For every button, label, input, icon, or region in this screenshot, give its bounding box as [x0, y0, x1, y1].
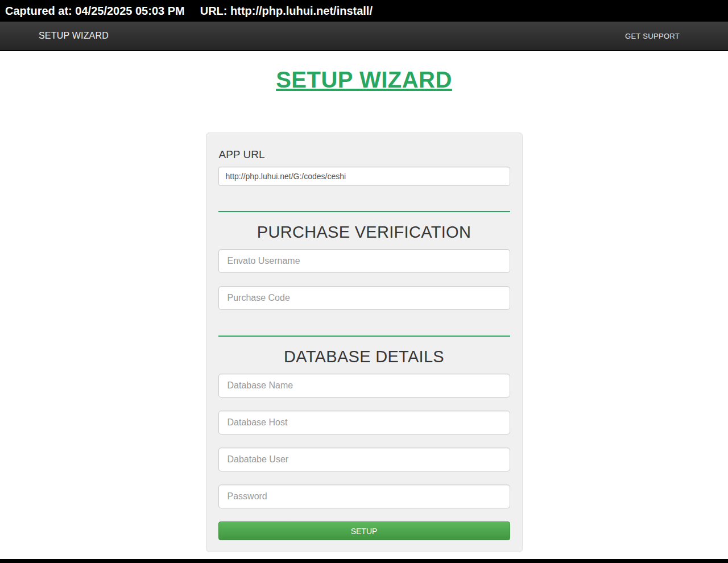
section-divider — [218, 211, 510, 212]
section-divider — [218, 336, 510, 337]
setup-button[interactable]: SETUP — [218, 521, 510, 540]
envato-username-input[interactable] — [218, 249, 510, 273]
navbar-brand[interactable]: SETUP WIZARD — [39, 31, 109, 41]
get-support-link[interactable]: GET SUPPORT — [625, 32, 680, 40]
database-name-input[interactable] — [218, 374, 510, 398]
setup-form: APP URL PURCHASE VERIFICATION DATABASE D… — [206, 133, 523, 552]
database-password-input[interactable] — [218, 485, 510, 508]
navbar: SETUP WIZARD GET SUPPORT — [0, 22, 728, 51]
database-host-input[interactable] — [218, 411, 510, 434]
purchase-verification-heading: PURCHASE VERIFICATION — [218, 223, 510, 242]
database-details-heading: DATABASE DETAILS — [218, 347, 510, 366]
capture-url: URL: http://php.luhui.net/install/ — [200, 5, 373, 18]
bottom-bar — [0, 559, 728, 563]
purchase-code-input[interactable] — [218, 286, 510, 310]
page-title: SETUP WIZARD — [0, 67, 728, 93]
app-url-label: APP URL — [219, 148, 510, 161]
database-user-input[interactable] — [218, 448, 510, 471]
main-content: SETUP WIZARD APP URL PURCHASE VERIFICATI… — [0, 67, 728, 552]
app-url-input[interactable] — [218, 167, 510, 186]
capture-timestamp: Captured at: 04/25/2025 05:03 PM — [5, 5, 185, 18]
capture-bar: Captured at: 04/25/2025 05:03 PM URL: ht… — [0, 0, 728, 22]
